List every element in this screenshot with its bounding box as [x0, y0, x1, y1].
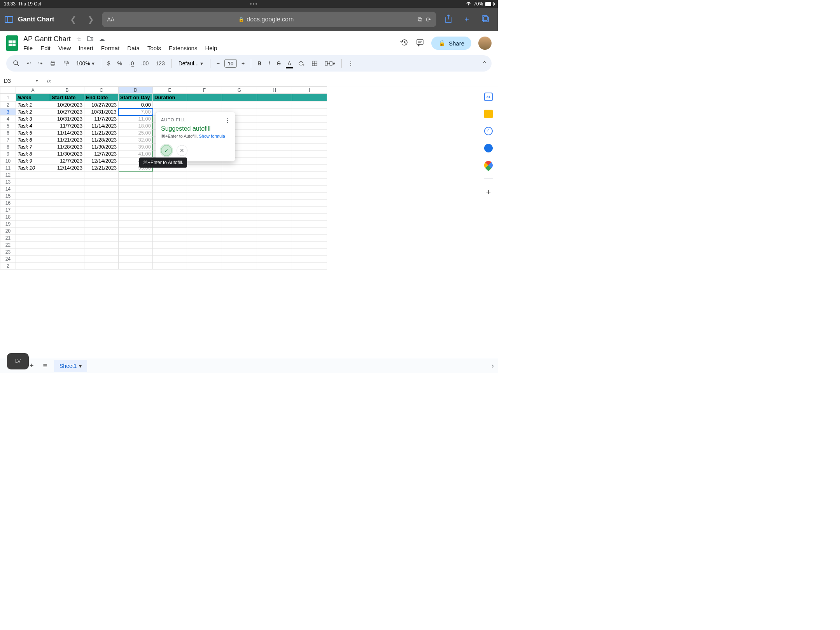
- menu-edit[interactable]: Edit: [40, 45, 51, 51]
- menu-data[interactable]: Data: [127, 45, 140, 51]
- autofill-reject-button[interactable]: ✕: [177, 145, 187, 156]
- wifi-icon: [466, 2, 471, 6]
- safari-tab-title: Gantt Chart: [18, 16, 54, 23]
- autofill-label: AUTO FILL: [161, 117, 230, 122]
- url-bar[interactable]: AA 🔒docs.google.com ⧉ ⟳: [102, 12, 437, 27]
- autofill-tooltip: ⌘+Enter to Autofill.: [139, 158, 187, 168]
- menu-format[interactable]: Format: [101, 45, 120, 51]
- menu-bar: File Edit View Insert Format Data Tools …: [23, 45, 395, 51]
- ios-date: Thu 19 Oct: [18, 1, 41, 7]
- menu-extensions[interactable]: Extensions: [169, 45, 197, 51]
- svg-rect-10: [64, 61, 67, 63]
- history-icon[interactable]: [400, 38, 409, 48]
- borders-button[interactable]: [309, 59, 320, 68]
- svg-rect-1: [482, 16, 487, 21]
- doc-title[interactable]: AP Gantt Chart: [23, 35, 71, 43]
- autofill-accept-button[interactable]: ✓: [161, 145, 172, 156]
- autofill-hint: ⌘+Enter to Autofill. Show formula: [161, 134, 230, 139]
- lock-icon: 🔒: [438, 40, 446, 47]
- star-icon[interactable]: ☆: [76, 35, 82, 43]
- account-avatar[interactable]: [478, 37, 492, 50]
- lock-icon: 🔒: [238, 17, 244, 22]
- name-box[interactable]: D3▼: [0, 78, 43, 84]
- formula-bar: D3▼ fx: [0, 75, 498, 86]
- font-size-dec[interactable]: −: [214, 59, 222, 68]
- share-icon[interactable]: [441, 14, 456, 25]
- comment-icon[interactable]: [416, 38, 424, 48]
- svg-rect-0: [483, 17, 488, 22]
- autofill-popup: AUTO FILL ⋮ Suggested autofill ⌘+Enter t…: [156, 112, 235, 161]
- reader-button[interactable]: AA: [107, 16, 115, 23]
- currency-button[interactable]: $: [105, 59, 113, 68]
- battery-icon: [485, 2, 494, 6]
- extensions-icon[interactable]: ⧉: [418, 16, 422, 23]
- url-text: docs.google.com: [247, 16, 294, 23]
- menu-tools[interactable]: Tools: [147, 45, 161, 51]
- all-sheets-button[interactable]: ≡: [41, 362, 50, 370]
- show-formula-link[interactable]: Show formula: [199, 134, 225, 138]
- fill-color-button[interactable]: [296, 59, 307, 68]
- redo-button[interactable]: ↷: [36, 59, 45, 68]
- more-button[interactable]: ⋮: [346, 59, 356, 68]
- svg-rect-8: [52, 61, 54, 63]
- keep-icon[interactable]: [484, 110, 493, 118]
- safari-toolbar: Gantt Chart ❮ ❯ AA 🔒docs.google.com ⧉ ⟳ …: [0, 8, 498, 31]
- bold-button[interactable]: B: [255, 59, 264, 68]
- autofill-title: Suggested autofill: [161, 125, 230, 132]
- menu-view[interactable]: View: [58, 45, 71, 51]
- safari-sidebar-button[interactable]: [5, 16, 13, 23]
- undo-button[interactable]: ↶: [24, 59, 33, 68]
- merge-button[interactable]: ▾: [322, 59, 338, 68]
- menu-help[interactable]: Help: [205, 45, 217, 51]
- side-panel: 31 +: [479, 86, 498, 270]
- italic-button[interactable]: I: [266, 59, 272, 68]
- sheet-tab-bar: + ≡ Sheet1 ▾ ›: [0, 358, 498, 373]
- share-button[interactable]: 🔒 Share: [431, 37, 471, 50]
- percent-button[interactable]: %: [115, 59, 124, 68]
- cloud-status-icon[interactable]: ☁: [99, 35, 105, 43]
- multitask-dots[interactable]: [250, 3, 257, 5]
- sheet-tab[interactable]: Sheet1 ▾: [54, 360, 87, 372]
- autofill-more-icon[interactable]: ⋮: [224, 117, 231, 124]
- text-color-button[interactable]: A: [285, 59, 293, 68]
- font-select[interactable]: Defaul... ▾: [175, 60, 206, 66]
- font-size-input[interactable]: 10: [224, 59, 237, 68]
- add-addon-button[interactable]: +: [486, 187, 491, 197]
- move-icon[interactable]: [87, 36, 93, 43]
- svg-point-11: [303, 65, 304, 66]
- new-tab-button[interactable]: +: [460, 15, 473, 24]
- maps-icon[interactable]: [482, 159, 494, 171]
- calendar-icon[interactable]: 31: [484, 93, 493, 101]
- collapse-toolbar-button[interactable]: ⌃: [482, 60, 487, 67]
- ios-status-bar: 13:33 Thu 19 Oct 70%: [0, 0, 498, 8]
- more-formats-button[interactable]: 123: [153, 59, 167, 68]
- share-label: Share: [449, 40, 464, 47]
- tasks-icon[interactable]: [484, 127, 493, 135]
- zoom-select[interactable]: 100% ▾: [74, 60, 97, 66]
- sheets-header: AP Gantt Chart ☆ ☁ File Edit View Insert…: [0, 31, 498, 51]
- ios-time: 13:33: [4, 1, 16, 7]
- battery-percent: 70%: [474, 1, 483, 7]
- grid-area: ABCDEFGHI1NameStart DateEnd DateStart on…: [0, 86, 498, 270]
- menu-insert[interactable]: Insert: [79, 45, 93, 51]
- font-size-inc[interactable]: +: [239, 59, 247, 68]
- decrease-decimal-button[interactable]: .0̲: [127, 59, 136, 68]
- svg-point-5: [14, 61, 18, 65]
- svg-rect-15: [325, 61, 327, 65]
- contacts-icon[interactable]: [484, 144, 493, 152]
- sheets-logo[interactable]: [6, 35, 18, 51]
- reload-button[interactable]: ⟳: [426, 16, 431, 23]
- print-button[interactable]: [47, 59, 58, 68]
- svg-line-6: [17, 64, 19, 66]
- expand-side-panel-button[interactable]: ›: [492, 362, 494, 370]
- search-icon[interactable]: [11, 59, 22, 68]
- menu-file[interactable]: File: [23, 45, 33, 51]
- tabs-button[interactable]: [478, 15, 493, 24]
- keyboard-indicator[interactable]: LV: [7, 353, 29, 369]
- svg-rect-16: [330, 61, 332, 65]
- forward-button[interactable]: ❯: [84, 15, 97, 24]
- paint-format-button[interactable]: [61, 59, 72, 68]
- increase-decimal-button[interactable]: .00: [139, 59, 151, 68]
- strikethrough-button[interactable]: S: [275, 59, 283, 68]
- back-button[interactable]: ❮: [67, 15, 80, 24]
